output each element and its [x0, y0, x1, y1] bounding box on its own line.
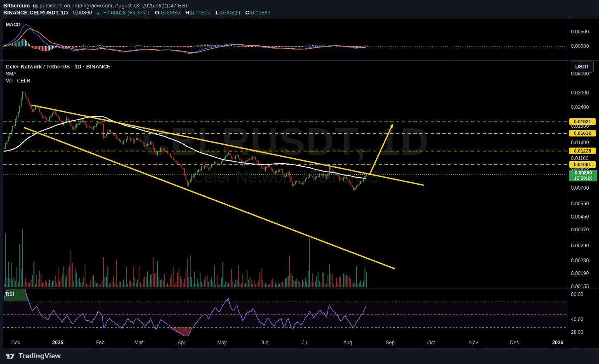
time-axis-month-label: Jul	[302, 340, 308, 345]
price-change: +0.00028 (+3.37%)	[104, 9, 149, 16]
close-value: 0.00860	[251, 9, 271, 16]
level-price-tag: 0.01228	[569, 148, 596, 154]
price-axis-label: 0.02400	[571, 104, 589, 110]
price-axis-label: 0.00700	[571, 185, 589, 191]
time-axis-month-label: Aug	[343, 340, 352, 345]
publish-info-bar: Bithereum_iopublished on TradingView.com…	[3, 2, 188, 9]
close-label: C:	[245, 9, 251, 16]
macd-axis-label: 0.00500	[571, 29, 589, 35]
high-value: 0.00875	[191, 9, 210, 16]
rsi-axis-label: 40.00	[571, 317, 583, 322]
tradingview-mark-icon	[6, 353, 16, 360]
time-axis-month-label: Jun	[260, 340, 268, 345]
price-axis-label: 0.01100	[571, 155, 589, 161]
price-axis-label: 0.03000	[571, 90, 589, 96]
last-price-tag: 0.00860 12:38:20	[569, 170, 597, 181]
level-price-tag: 0.01921	[569, 118, 596, 125]
time-axis-month-label: Feb	[96, 340, 105, 345]
time-axis-month-label: Nov	[469, 340, 478, 345]
time-axis-month-label: Sep	[386, 340, 394, 345]
footer-bar: TradingView	[0, 348, 599, 364]
low-label: L:	[216, 9, 221, 16]
price-axis-label: 0.00155	[571, 284, 589, 289]
price-axis-label: 0.00370	[571, 227, 589, 232]
rsi-pane-label[interactable]: RSI	[6, 291, 14, 297]
time-axis-month-label: May	[217, 340, 227, 345]
author-name: Bithereum_io	[3, 2, 38, 9]
high-label: H:	[186, 9, 191, 16]
tradingview-chart-page: CELRUSDT, 1D Celer Network / TetherUS Bi…	[0, 0, 599, 364]
up-arrow-icon: ▲	[96, 11, 100, 15]
tradingview-wordmark: TradingView	[19, 352, 61, 360]
main-legend-title[interactable]: Celer Network / TetherUS · 1D · BINANCE	[6, 63, 111, 70]
chart-canvas[interactable]	[0, 0, 599, 364]
price-axis-label: 0.00190	[571, 270, 589, 276]
time-axis-month-label: Dec	[11, 340, 20, 345]
price-axis-label: 0.00550	[571, 201, 589, 207]
level-price-tag: 0.01001	[569, 161, 596, 168]
main-legend-volume[interactable]: Vol · CELR	[6, 78, 30, 84]
time-axis-month-label: Mar	[134, 340, 143, 345]
price-axis-label: 0.00450	[571, 214, 589, 220]
low-value: 0.00829	[221, 9, 240, 16]
price-axis-label: 0.01400	[571, 140, 589, 146]
level-price-tag: 0.01612	[569, 130, 596, 136]
publish-text: published on TradingView.com, August 13,…	[40, 2, 188, 9]
main-legend-sma[interactable]: SMA	[6, 71, 17, 77]
time-axis-year-label: 2026	[552, 340, 564, 345]
rsi-axis-label: 80.00	[571, 291, 583, 297]
symbol-title: BINANCE:CELRUSDT, 1D	[3, 9, 68, 16]
rsi-axis-label: 28.00	[571, 329, 583, 335]
time-axis-month-label: Dec	[510, 340, 519, 345]
open-value: 0.00835	[161, 9, 180, 16]
currency-toggle-button[interactable]: USDT	[571, 61, 594, 73]
macd-pane-label[interactable]: MACD	[6, 22, 21, 28]
price-axis-label: 0.00230	[571, 258, 589, 263]
bar-countdown: 12:38:20	[574, 176, 593, 181]
open-label: O:	[155, 9, 160, 16]
time-axis-year-label: 2025	[52, 340, 64, 345]
last-price-tag-value: 0.00860	[575, 170, 592, 176]
time-axis-month-label: Apr	[178, 340, 186, 345]
tradingview-logo[interactable]: TradingView	[6, 352, 61, 360]
last-price: 0.00860	[73, 9, 92, 16]
macd-axis-label: 0.00000	[571, 43, 589, 49]
symbol-info-bar: BINANCE:CELRUSDT, 1D 0.00860 ▲ +0.00028 …	[3, 9, 274, 16]
time-axis-month-label: Oct	[427, 340, 435, 345]
price-axis-label: 0.00290	[571, 243, 589, 249]
